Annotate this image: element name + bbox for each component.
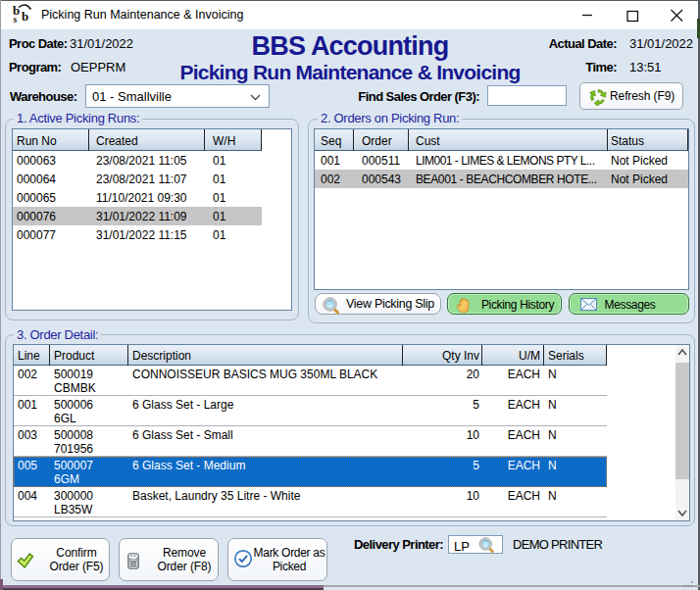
- svg-text:b: b: [22, 9, 28, 24]
- svg-text:s: s: [14, 15, 18, 25]
